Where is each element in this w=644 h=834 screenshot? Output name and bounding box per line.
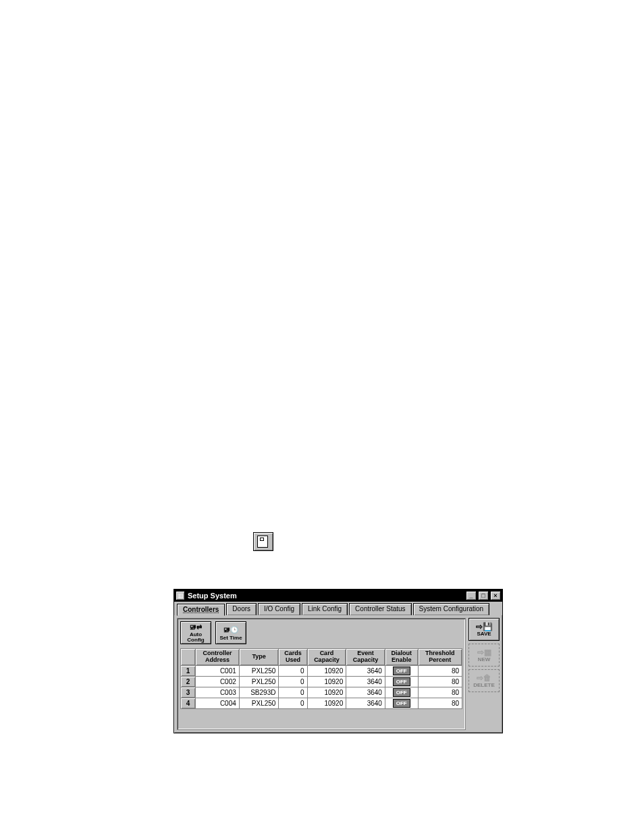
pane-toolbar: 🖳⇄ Auto Config 🖳🕒 Set Time — [180, 621, 462, 644]
save-arrow-icon: ⇨💾 — [476, 623, 493, 631]
system-menu-icon[interactable]: ▥ — [176, 591, 185, 600]
table-row[interactable]: 3C003SB293D0109203640OFF80 — [181, 687, 462, 698]
cell-cards-used[interactable]: 0 — [279, 676, 307, 687]
col-cards-used[interactable]: Cards Used — [279, 649, 307, 666]
off-badge: OFF — [393, 677, 410, 686]
cell-controller-address[interactable]: C001 — [196, 665, 240, 676]
col-event-capacity[interactable]: Event Capacity — [346, 649, 385, 666]
col-rownum — [181, 649, 196, 666]
cell-threshold-percent[interactable]: 80 — [418, 665, 462, 676]
main-pane: 🖳⇄ Auto Config 🖳🕒 Set Time Controller Ad… — [177, 618, 466, 730]
off-badge: OFF — [393, 699, 410, 708]
clock-icon: 🖳🕒 — [221, 625, 241, 635]
cell-event-capacity[interactable]: 3640 — [346, 698, 385, 708]
cell-cards-used[interactable]: 0 — [279, 665, 307, 676]
tab-system-configuration[interactable]: System Configuration — [413, 603, 490, 615]
off-badge: OFF — [393, 688, 410, 697]
cell-threshold-percent[interactable]: 80 — [418, 698, 462, 708]
cell-event-capacity[interactable]: 3640 — [346, 665, 385, 676]
col-type[interactable]: Type — [239, 649, 279, 666]
computer-icon: 🖳⇄ — [186, 623, 206, 631]
save-button[interactable]: ⇨💾 SAVE — [468, 618, 500, 641]
row-index: 4 — [181, 698, 196, 708]
tab-controllers[interactable]: Controllers — [177, 604, 225, 616]
controllers-table: Controller Address Type Cards Used Card … — [180, 648, 462, 709]
cell-dialout-enable[interactable]: OFF — [385, 687, 418, 698]
cell-cards-used[interactable]: 0 — [279, 698, 307, 708]
setup-system-toolbar-icon[interactable] — [253, 532, 273, 551]
setup-system-window: ▥ Setup System _ □ × Controllers Doors I… — [173, 589, 503, 733]
close-button[interactable]: × — [490, 591, 501, 600]
row-index: 3 — [181, 687, 196, 698]
save-label: SAVE — [477, 631, 491, 637]
table-row[interactable]: 4C004PXL2500109203640OFF80 — [181, 698, 462, 708]
tab-doors[interactable]: Doors — [226, 603, 257, 615]
tab-io-config[interactable]: I/O Config — [258, 603, 300, 615]
cell-card-capacity[interactable]: 10920 — [307, 698, 346, 708]
new-arrow-icon: ⇨▦ — [477, 648, 491, 656]
set-time-button[interactable]: 🖳🕒 Set Time — [215, 621, 246, 644]
set-time-label: Set Time — [219, 635, 242, 641]
cell-controller-address[interactable]: C004 — [196, 698, 240, 708]
table-row[interactable]: 2C002PXL2500109203640OFF80 — [181, 676, 462, 687]
col-card-capacity[interactable]: Card Capacity — [307, 649, 346, 666]
row-index: 1 — [181, 665, 196, 676]
cell-controller-address[interactable]: C002 — [196, 676, 240, 687]
delete-label: DELETE — [473, 682, 495, 688]
cell-card-capacity[interactable]: 10920 — [307, 687, 346, 698]
row-index: 2 — [181, 676, 196, 687]
minimize-button[interactable]: _ — [466, 591, 477, 600]
auto-config-label: Auto Config — [187, 632, 204, 643]
cell-type[interactable]: PXL250 — [239, 698, 279, 708]
auto-config-button[interactable]: 🖳⇄ Auto Config — [180, 621, 211, 644]
cell-dialout-enable[interactable]: OFF — [385, 676, 418, 687]
col-dialout-enable[interactable]: Dialout Enable — [385, 649, 418, 666]
off-badge: OFF — [393, 667, 410, 675]
cell-event-capacity[interactable]: 3640 — [346, 676, 385, 687]
cell-threshold-percent[interactable]: 80 — [418, 687, 462, 698]
col-controller-address[interactable]: Controller Address — [196, 649, 240, 666]
content-area: 🖳⇄ Auto Config 🖳🕒 Set Time Controller Ad… — [174, 615, 502, 733]
cell-card-capacity[interactable]: 10920 — [307, 676, 346, 687]
titlebar: ▥ Setup System _ □ × — [174, 590, 502, 602]
document-icon-detail — [260, 538, 264, 541]
table-header-row: Controller Address Type Cards Used Card … — [181, 649, 462, 666]
cell-cards-used[interactable]: 0 — [279, 687, 307, 698]
cell-dialout-enable[interactable]: OFF — [385, 665, 418, 676]
new-button: ⇨▦ NEW — [468, 644, 500, 667]
cell-card-capacity[interactable]: 10920 — [307, 665, 346, 676]
cell-controller-address[interactable]: C003 — [196, 687, 240, 698]
cell-threshold-percent[interactable]: 80 — [418, 676, 462, 687]
delete-button: ⇨🗑 DELETE — [468, 669, 500, 692]
cell-type[interactable]: PXL250 — [239, 676, 279, 687]
window-title: Setup System — [188, 592, 464, 600]
col-threshold-percent[interactable]: Threshold Percent — [418, 649, 462, 666]
cell-type[interactable]: PXL250 — [239, 665, 279, 676]
cell-event-capacity[interactable]: 3640 — [346, 687, 385, 698]
cell-dialout-enable[interactable]: OFF — [385, 698, 418, 708]
tab-controller-status[interactable]: Controller Status — [349, 603, 411, 615]
cell-type[interactable]: SB293D — [239, 687, 279, 698]
tab-link-config[interactable]: Link Config — [302, 603, 348, 615]
maximize-button[interactable]: □ — [478, 591, 489, 600]
side-pane: ⇨💾 SAVE ⇨▦ NEW ⇨🗑 DELETE — [468, 618, 500, 730]
table-row[interactable]: 1C001PXL2500109203640OFF80 — [181, 665, 462, 676]
delete-arrow-icon: ⇨🗑 — [477, 674, 491, 682]
new-label: NEW — [478, 656, 491, 662]
tab-bar: Controllers Doors I/O Config Link Config… — [174, 602, 502, 615]
